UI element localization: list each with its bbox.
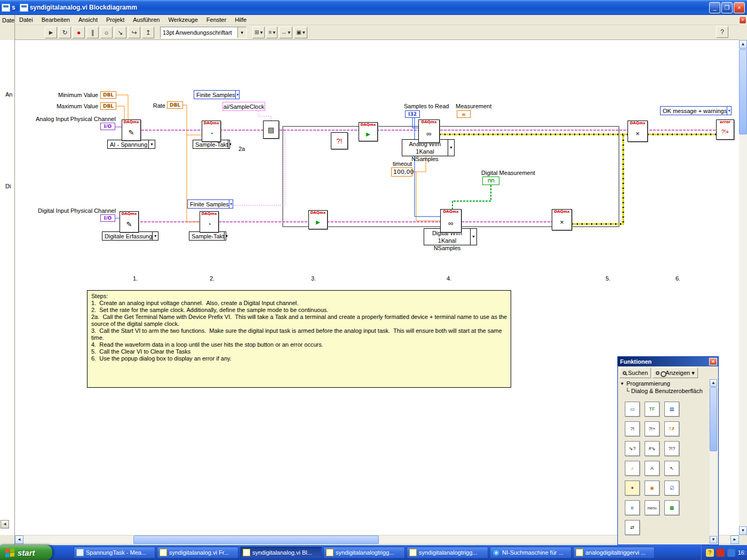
scroll-right-icon[interactable]: ► xyxy=(730,535,739,544)
palette-scrollbar[interactable]: ▲ ▼ xyxy=(710,379,717,543)
functions-palette[interactable]: Funktionen × Suchen Anzeigen ▾ ▼ Program… xyxy=(617,356,719,545)
minimize-button[interactable]: _ xyxy=(709,2,720,13)
daqmx-timing-analog-node[interactable]: DAQmx ◔ xyxy=(202,121,221,142)
palette-icon-graph-control[interactable]: ▦ xyxy=(664,500,679,515)
network-tray-icon[interactable] xyxy=(727,549,735,557)
chevron-down-icon[interactable]: ▼ xyxy=(235,91,240,99)
palette-tree-child[interactable]: └ Dialog & Benutzeroberfläch xyxy=(618,388,718,395)
scroll-up-icon[interactable]: ▲ xyxy=(739,40,747,49)
background-scroll-left-icon[interactable]: ◄ xyxy=(1,520,9,529)
tree-expand-icon[interactable]: ▼ xyxy=(620,381,624,386)
palette-icon-two-button-dialog[interactable]: TF xyxy=(645,402,659,417)
background-menu-item[interactable]: Date xyxy=(2,17,14,23)
samples-to-read-terminal[interactable]: I32 xyxy=(405,110,420,118)
task-button-blockdiagram[interactable]: syndigitalanalog.vi Bl... xyxy=(240,547,322,558)
palette-icon-checkbox-control[interactable]: ☑ xyxy=(664,481,679,495)
digital-channel-terminal[interactable]: I/O xyxy=(100,214,115,222)
menu-item-datei[interactable]: Datei xyxy=(15,15,37,24)
daqmx-create-channel-digital-node[interactable]: DAQmx ✎ xyxy=(120,211,139,233)
close-button[interactable]: × xyxy=(734,2,745,13)
chevron-down-icon[interactable]: ▼ xyxy=(228,140,232,148)
palette-search-button[interactable]: Suchen xyxy=(619,367,651,378)
reorder-button[interactable]: ▣▾ xyxy=(294,27,307,38)
horizontal-scroll-thumb[interactable] xyxy=(133,535,379,544)
daqmx-read-analog-node[interactable]: DAQmx ∞ xyxy=(418,119,440,143)
chevron-down-icon[interactable]: ▼ xyxy=(152,232,158,240)
simple-error-handler-node[interactable]: error ?!+ xyxy=(716,119,734,140)
sample-takt-ring-digital[interactable]: Sample-Takt▼ xyxy=(189,231,226,241)
chevron-down-icon[interactable]: ▼ xyxy=(229,200,233,208)
menu-item-bearbeiten[interactable]: Bearbeiten xyxy=(37,15,74,24)
highlight-execution-button[interactable]: ☼ xyxy=(100,27,113,38)
palette-icon-clear-errors[interactable]: ?✗ xyxy=(664,421,679,436)
font-ring-caret-icon[interactable]: ▾ xyxy=(237,27,246,38)
palette-icon-menu-functions[interactable]: menu xyxy=(645,500,659,515)
daqmx-clear-analog-node[interactable]: DAQmx × xyxy=(627,121,648,142)
task-button-ni-search[interactable]: eNI-Suchmaschine für ... xyxy=(490,547,571,558)
pause-button[interactable]: ∥ xyxy=(86,27,99,38)
chevron-down-icon[interactable]: ▼ xyxy=(448,140,454,156)
run-continuous-button[interactable]: ↻ xyxy=(59,27,71,38)
chevron-down-icon[interactable]: ▼ xyxy=(470,229,476,245)
font-ring[interactable]: 13pt Anwendungsschriftart ▾ xyxy=(160,27,247,38)
palette-icon-color-picker[interactable]: ◉ xyxy=(645,481,659,495)
vertical-scrollbar[interactable]: ▲ ▼ xyxy=(739,40,747,535)
scroll-down-icon[interactable]: ▼ xyxy=(710,536,717,543)
palette-icon-sync-arrows[interactable]: ⇄ xyxy=(625,520,640,535)
task-button-analogdigital[interactable]: analogdigitaltriggervi ... xyxy=(573,547,655,558)
distribute-objects-button[interactable]: ≡▾ xyxy=(266,27,277,38)
chevron-down-icon[interactable]: ▼ xyxy=(224,232,228,240)
maximum-value-terminal[interactable]: DBL xyxy=(100,102,116,110)
ok-message-ring[interactable]: OK message + warnings▼ xyxy=(660,106,732,115)
menu-item-fenster[interactable]: Fenster xyxy=(202,15,231,24)
context-help-button[interactable]: ? xyxy=(716,26,728,38)
start-button[interactable]: start xyxy=(0,545,52,560)
maximize-button[interactable]: ❐ xyxy=(721,2,733,13)
palette-icon-three-button-dialog[interactable]: ▤ xyxy=(664,402,679,417)
scroll-up-icon[interactable]: ▲ xyxy=(710,379,717,387)
palette-view-button[interactable]: Anzeigen ▾ xyxy=(653,367,697,378)
ai-spannung-ring[interactable]: AI - Spannung▼ xyxy=(107,140,155,149)
palette-close-icon[interactable]: × xyxy=(709,358,717,365)
menu-item-projekt[interactable]: Projekt xyxy=(102,15,129,24)
palette-tree-root[interactable]: ▼ Programmierung xyxy=(618,379,718,388)
daqmx-read-digital-node[interactable]: DAQmx ∞ xyxy=(440,209,462,233)
analog-channel-terminal[interactable]: I/O xyxy=(100,123,115,130)
menu-item-hilfe[interactable]: Hilfe xyxy=(231,15,251,24)
minimum-value-terminal[interactable]: DBL xyxy=(100,91,116,99)
daqmx-start-analog-node[interactable]: DAQmx ► xyxy=(359,122,378,141)
task-button-trigger-2[interactable]: syndigitalanalogtrigg... xyxy=(407,547,488,558)
daqmx-create-channel-analog-node[interactable]: DAQmx ✎ xyxy=(122,119,141,141)
task-button-spannungtask[interactable]: SpannungTask - Mea... xyxy=(74,547,155,558)
palette-icon-simple-error-handler[interactable]: ?! xyxy=(625,421,640,436)
resize-objects-button[interactable]: ↔▾ xyxy=(279,27,292,38)
palette-title-bar[interactable]: Funktionen × xyxy=(618,357,718,366)
chevron-down-icon[interactable]: ▼ xyxy=(727,107,731,115)
chevron-down-icon[interactable]: ▼ xyxy=(148,140,155,148)
palette-icon-cursor-tools[interactable]: ↖ xyxy=(664,461,679,476)
menu-item-ansicht[interactable]: Ansicht xyxy=(74,15,102,24)
floating-window-close-icon[interactable]: × xyxy=(739,16,746,24)
rate-terminal[interactable]: DBL xyxy=(167,101,183,109)
task-check-vi-node[interactable]: ?! xyxy=(331,132,348,149)
palette-icon-one-button-dialog[interactable]: ▭ xyxy=(625,402,640,417)
timeout-constant[interactable]: 100,00 xyxy=(391,167,412,177)
help-balloon-icon[interactable]: ? xyxy=(706,549,714,557)
scroll-left-icon[interactable]: ◄ xyxy=(15,535,23,544)
palette-icon-error-query[interactable]: ?!? xyxy=(664,441,679,456)
vertical-scroll-thumb[interactable] xyxy=(739,49,747,134)
finite-samples-ring-digital[interactable]: Finite Samples▼ xyxy=(187,199,233,209)
task-button-frontpanel[interactable]: syndigitalanalog.vi Fr... xyxy=(157,547,239,558)
finite-samples-ring-analog[interactable]: Finite Samples▼ xyxy=(194,90,240,99)
digital-waveform-terminal[interactable]: ⊓⊓ xyxy=(482,177,499,185)
run-button[interactable]: ► xyxy=(45,27,57,38)
menu-item-werkzeuge[interactable]: Werkzeuge xyxy=(164,15,202,24)
sample-clock-string-constant[interactable]: ai/SampleClock xyxy=(222,102,265,111)
daqmx-clear-digital-node[interactable]: DAQmx × xyxy=(552,209,572,230)
palette-icon-beep[interactable]: ♪ xyxy=(625,461,640,476)
step-into-button[interactable]: ↘ xyxy=(114,27,126,38)
measurement-waveform-terminal[interactable]: ≈ xyxy=(457,110,471,118)
ni-tray-icon[interactable] xyxy=(717,549,725,557)
task-button-trigger-1[interactable]: syndigitalanalogtrigg... xyxy=(323,547,405,558)
palette-icon-sparkle-tool[interactable]: ✶ xyxy=(625,481,640,495)
